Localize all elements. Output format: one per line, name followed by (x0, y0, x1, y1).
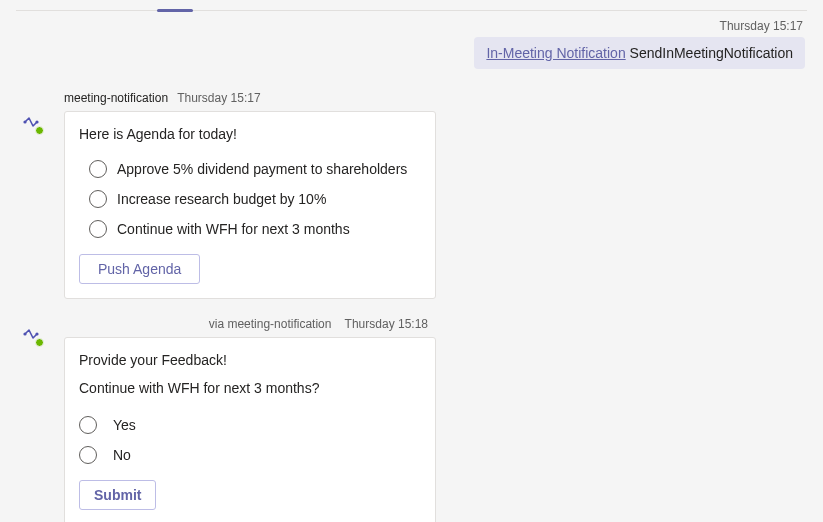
message-time: Thursday 15:18 (345, 317, 428, 331)
message-time: Thursday 15:17 (177, 91, 260, 105)
radio-icon (89, 190, 107, 208)
feedback-title: Provide your Feedback! (79, 352, 421, 368)
timestamp-label: Thursday 15:17 (16, 19, 803, 33)
agenda-option[interactable]: Approve 5% dividend payment to sharehold… (79, 154, 421, 184)
feedback-subtitle: Continue with WFH for next 3 months? (79, 380, 421, 396)
message-header: via meeting-notification Thursday 15:18 (64, 317, 436, 331)
agenda-option[interactable]: Increase research budget by 10% (79, 184, 421, 214)
feedback-option[interactable]: Yes (79, 410, 421, 440)
top-border (16, 10, 807, 13)
presence-available-icon (35, 338, 44, 347)
message-body: via meeting-notification Thursday 15:18 … (64, 317, 464, 522)
via-label: via meeting-notification (209, 317, 332, 331)
radio-icon (79, 446, 97, 464)
feedback-option-label: No (113, 447, 131, 463)
outgoing-command: SendInMeetingNotification (630, 45, 793, 61)
app-icon (20, 111, 42, 133)
in-meeting-notification-link[interactable]: In-Meeting Notification (486, 45, 625, 61)
avatar-column (16, 91, 64, 133)
submit-button[interactable]: Submit (79, 480, 156, 510)
feedback-option-label: Yes (113, 417, 136, 433)
message-header: meeting-notification Thursday 15:17 (64, 91, 464, 105)
app-icon (20, 323, 42, 345)
active-tab-indicator (157, 9, 193, 12)
feedback-option[interactable]: No (79, 440, 421, 470)
agenda-option-label: Approve 5% dividend payment to sharehold… (117, 161, 407, 177)
presence-available-icon (35, 126, 44, 135)
feedback-card: Provide your Feedback! Continue with WFH… (64, 337, 436, 522)
radio-icon (89, 160, 107, 178)
message-row: meeting-notification Thursday 15:17 Here… (16, 91, 807, 299)
sender-name: meeting-notification (64, 91, 168, 105)
agenda-title: Here is Agenda for today! (79, 126, 421, 142)
push-agenda-button[interactable]: Push Agenda (79, 254, 200, 284)
radio-icon (79, 416, 97, 434)
agenda-option-label: Continue with WFH for next 3 months (117, 221, 350, 237)
message-body: meeting-notification Thursday 15:17 Here… (64, 91, 464, 299)
chat-pane: Thursday 15:17 In-Meeting Notification S… (0, 0, 823, 522)
radio-icon (89, 220, 107, 238)
agenda-card: Here is Agenda for today! Approve 5% div… (64, 111, 436, 299)
avatar-column (16, 317, 64, 345)
outgoing-message[interactable]: In-Meeting Notification SendInMeetingNot… (474, 37, 805, 69)
agenda-option[interactable]: Continue with WFH for next 3 months (79, 214, 421, 244)
message-row: via meeting-notification Thursday 15:18 … (16, 317, 807, 522)
agenda-option-label: Increase research budget by 10% (117, 191, 326, 207)
